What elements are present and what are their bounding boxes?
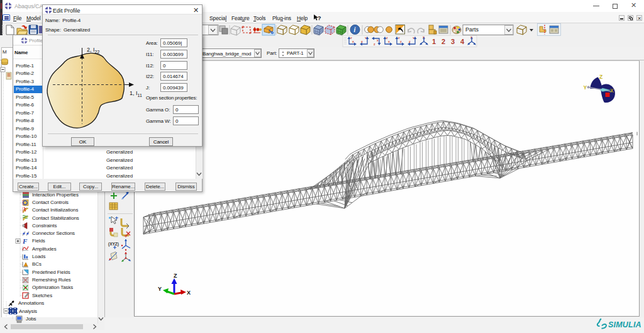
svg-text:Y: Y: [584, 84, 587, 91]
svg-text:Y: Y: [158, 286, 162, 292]
svg-text:1: 1: [432, 38, 436, 45]
svg-text:Z: Z: [409, 40, 411, 43]
svg-text:4: 4: [460, 38, 465, 45]
svg-text:Z: Z: [386, 37, 388, 40]
svg-text:Z: Z: [374, 43, 375, 46]
svg-text:(XYZ): (XYZ): [108, 242, 119, 247]
svg-text:Y: Y: [350, 37, 352, 40]
svg-text:2: 2: [441, 38, 445, 45]
svg-text:Z: Z: [400, 40, 402, 43]
svg-text:Y: Y: [413, 37, 414, 40]
svg-text:3: 3: [451, 38, 455, 45]
svg-text:SIMULIA: SIMULIA: [608, 320, 641, 329]
svg-text:X: X: [377, 39, 379, 42]
svg-text:Parts: Parts: [465, 26, 479, 33]
svg-text:X: X: [187, 290, 191, 296]
svg-text:1, I11: 1, I11: [130, 90, 142, 98]
svg-text:F: F: [22, 237, 28, 245]
svg-text:X: X: [388, 40, 390, 43]
svg-text:X: X: [361, 40, 363, 43]
svg-text:X: X: [352, 40, 354, 43]
svg-text:Y: Y: [470, 36, 472, 39]
svg-text:Y: Y: [398, 37, 400, 40]
svg-text:Y: Y: [365, 37, 367, 40]
svg-text:Y: Y: [423, 36, 425, 39]
svg-text:X: X: [610, 87, 614, 94]
svg-text:i: i: [354, 26, 356, 33]
svg-text:Z: Z: [174, 273, 177, 279]
svg-text:Z: Z: [599, 74, 602, 80]
